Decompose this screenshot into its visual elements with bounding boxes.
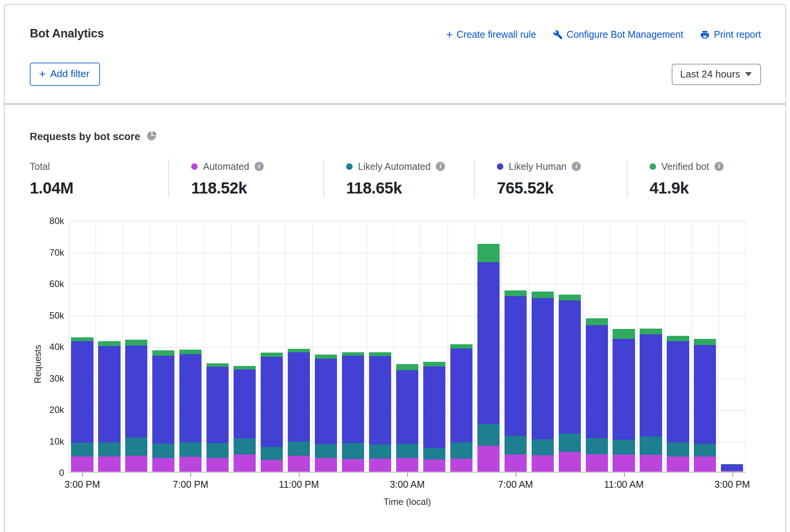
bar-300pm[interactable] bbox=[719, 221, 746, 472]
bar-900pm[interactable] bbox=[231, 221, 258, 472]
bar-500pm[interactable] bbox=[123, 221, 150, 472]
x-tick-mark bbox=[732, 473, 733, 477]
bar-300am[interactable] bbox=[393, 221, 421, 472]
create-firewall-rule-link[interactable]: + Create firewall rule bbox=[446, 29, 536, 40]
verified-bot-dot bbox=[650, 163, 656, 170]
bar-stack bbox=[98, 341, 120, 472]
segment-likely-human bbox=[152, 356, 174, 443]
bar-stack bbox=[586, 318, 608, 472]
bar-600pm[interactable] bbox=[150, 221, 177, 472]
segment-likely-automated bbox=[369, 445, 391, 459]
bar-1200pm[interactable] bbox=[637, 221, 664, 472]
configure-bot-management-link[interactable]: Configure Bot Management bbox=[553, 29, 684, 40]
segment-likely-human bbox=[477, 262, 500, 424]
bar-1100am[interactable] bbox=[610, 221, 637, 472]
bar-300pm[interactable] bbox=[69, 221, 96, 472]
bar-200am[interactable] bbox=[366, 221, 393, 472]
time-range-dropdown[interactable]: Last 24 hours bbox=[672, 64, 761, 85]
info-icon[interactable]: i bbox=[714, 162, 724, 171]
segment-verified-bot bbox=[342, 352, 364, 356]
x-tick-label: 11:00 AM bbox=[604, 479, 644, 490]
segment-automated bbox=[559, 452, 581, 472]
segment-likely-human bbox=[423, 366, 445, 448]
header: Bot Analytics + Create firewall rule Con… bbox=[5, 5, 785, 40]
stat-total: Total 1.04M bbox=[30, 160, 168, 197]
segment-likely-automated bbox=[315, 444, 337, 458]
stat-verified-bot: Verified bot i 41.9k bbox=[627, 160, 772, 197]
segment-verified-bot bbox=[477, 244, 500, 263]
add-filter-button[interactable]: + Add filter bbox=[30, 63, 100, 86]
segment-likely-human bbox=[640, 334, 662, 437]
bar-400pm[interactable] bbox=[96, 221, 123, 472]
segment-automated bbox=[423, 459, 445, 472]
segment-verified-bot bbox=[125, 340, 147, 345]
segment-likely-human bbox=[721, 464, 743, 471]
info-icon[interactable]: i bbox=[572, 162, 581, 171]
y-tick-label: 80k bbox=[49, 216, 64, 226]
bar-stack bbox=[613, 329, 635, 472]
bar-1000am[interactable] bbox=[583, 221, 610, 472]
segment-automated bbox=[613, 455, 635, 472]
bar-stack bbox=[477, 244, 500, 472]
segment-automated bbox=[152, 458, 174, 472]
stat-likely-human: Likely Human i 765.52k bbox=[474, 160, 627, 197]
info-icon[interactable]: i bbox=[255, 162, 264, 171]
segment-verified-bot bbox=[71, 337, 93, 342]
segment-automated bbox=[369, 459, 391, 472]
segment-likely-human bbox=[315, 359, 337, 444]
segment-likely-human bbox=[586, 325, 608, 438]
bar-stack bbox=[261, 353, 283, 472]
bar-100pm[interactable] bbox=[664, 221, 692, 472]
x-tick-mark bbox=[190, 473, 191, 477]
segment-verified-bot bbox=[505, 290, 527, 297]
bar-stack bbox=[559, 295, 581, 472]
bar-stack bbox=[396, 364, 418, 472]
bar-stack bbox=[694, 339, 716, 472]
bar-200pm[interactable] bbox=[692, 221, 719, 472]
bar-900am[interactable] bbox=[556, 221, 583, 472]
segment-verified-bot bbox=[152, 350, 174, 356]
segment-likely-human bbox=[667, 341, 689, 443]
segment-verified-bot bbox=[613, 329, 635, 339]
x-tick-label: 7:00 AM bbox=[498, 479, 533, 490]
x-tick-label: 7:00 PM bbox=[173, 479, 208, 490]
bar-1000pm[interactable] bbox=[258, 221, 285, 472]
automated-dot bbox=[191, 163, 198, 170]
stat-verified-bot-value: 41.9k bbox=[650, 179, 772, 197]
likely-human-dot bbox=[497, 163, 503, 170]
print-report-link[interactable]: Print report bbox=[700, 29, 761, 40]
segment-verified-bot bbox=[532, 292, 554, 298]
segment-verified-bot bbox=[98, 341, 120, 346]
segment-verified-bot bbox=[234, 366, 256, 369]
bar-100am[interactable] bbox=[340, 221, 367, 472]
segment-verified-bot bbox=[261, 353, 283, 357]
segment-likely-human bbox=[505, 296, 527, 435]
segment-automated bbox=[98, 456, 120, 472]
segment-likely-human bbox=[559, 300, 581, 434]
bar-700am[interactable] bbox=[502, 221, 529, 472]
x-tick-label: 3:00 PM bbox=[64, 479, 100, 490]
printer-icon bbox=[700, 30, 710, 40]
x-tick-mark bbox=[624, 473, 625, 477]
bar-800am[interactable] bbox=[529, 221, 556, 472]
x-tick-label: 3:00 PM bbox=[714, 479, 750, 490]
segment-automated bbox=[721, 471, 743, 472]
bar-600am[interactable] bbox=[475, 221, 502, 472]
segment-verified-bot bbox=[288, 349, 310, 352]
bar-800pm[interactable] bbox=[204, 221, 231, 472]
bar-1200am[interactable] bbox=[313, 221, 340, 472]
bar-stack bbox=[125, 340, 147, 472]
segment-automated bbox=[505, 455, 527, 472]
segment-likely-human bbox=[234, 369, 256, 439]
info-icon[interactable]: i bbox=[436, 162, 445, 171]
bar-500am[interactable] bbox=[448, 221, 475, 472]
segment-automated bbox=[261, 460, 283, 472]
header-divider bbox=[5, 103, 785, 105]
bar-400am[interactable] bbox=[421, 221, 448, 472]
bar-1100pm[interactable] bbox=[285, 221, 313, 472]
wrench-icon bbox=[553, 30, 563, 40]
bar-700pm[interactable] bbox=[177, 221, 204, 472]
y-tick-label: 20k bbox=[49, 405, 64, 415]
segment-automated bbox=[586, 454, 608, 472]
y-axis-title: Requests bbox=[30, 221, 46, 507]
